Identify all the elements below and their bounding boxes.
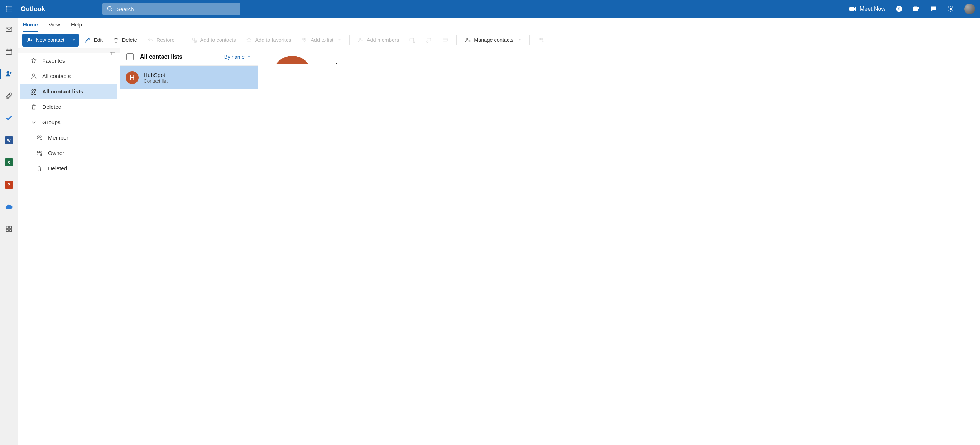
video-icon xyxy=(849,5,856,13)
tab-home[interactable]: Home xyxy=(23,18,38,18)
skype-icon: S xyxy=(896,5,903,13)
search-icon xyxy=(107,6,113,12)
search-box[interactable] xyxy=(102,3,240,15)
svg-point-8 xyxy=(11,11,12,12)
svg-point-5 xyxy=(11,9,12,10)
svg-point-4 xyxy=(9,9,10,10)
svg-rect-9 xyxy=(850,7,854,11)
svg-point-13 xyxy=(917,7,919,9)
meet-now-label: Meet Now xyxy=(860,6,885,12)
teams-button[interactable] xyxy=(908,0,925,18)
svg-rect-12 xyxy=(914,7,918,11)
tab-view[interactable]: View xyxy=(49,18,60,18)
title-bar: Outlook Meet Now S xyxy=(0,0,980,18)
notifications-button[interactable] xyxy=(925,0,942,18)
account-avatar[interactable] xyxy=(964,3,975,14)
tab-help[interactable]: Help xyxy=(71,18,82,18)
svg-text:S: S xyxy=(897,6,900,11)
chat-icon xyxy=(930,5,937,13)
gear-icon xyxy=(947,5,954,13)
svg-point-0 xyxy=(6,6,8,8)
skype-button[interactable]: S xyxy=(891,0,908,18)
svg-point-3 xyxy=(6,9,8,10)
waffle-icon xyxy=(6,6,12,12)
teams-icon xyxy=(913,5,920,13)
svg-point-2 xyxy=(11,6,12,8)
search-input[interactable] xyxy=(117,6,236,12)
svg-point-14 xyxy=(950,8,952,10)
app-launcher-button[interactable] xyxy=(0,0,18,18)
meet-now-button[interactable]: Meet Now xyxy=(844,0,891,18)
settings-button[interactable] xyxy=(942,0,959,18)
product-name: Outlook xyxy=(21,5,45,13)
svg-point-1 xyxy=(9,6,10,8)
svg-point-6 xyxy=(6,11,8,12)
svg-point-7 xyxy=(9,11,10,12)
